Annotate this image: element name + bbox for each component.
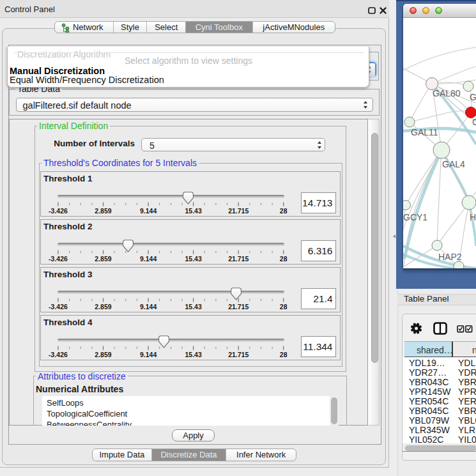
svg-text:GAL4: GAL4 bbox=[442, 159, 465, 169]
svg-text:GAL80: GAL80 bbox=[433, 88, 461, 98]
svg-text:H: H bbox=[470, 212, 476, 222]
svg-text:HAP2: HAP2 bbox=[438, 252, 462, 262]
svg-text:GAL11: GAL11 bbox=[411, 127, 438, 137]
svg-text:C: C bbox=[472, 117, 476, 127]
svg-text:GA: GA bbox=[470, 92, 476, 102]
svg-text:GCY1: GCY1 bbox=[403, 212, 427, 222]
